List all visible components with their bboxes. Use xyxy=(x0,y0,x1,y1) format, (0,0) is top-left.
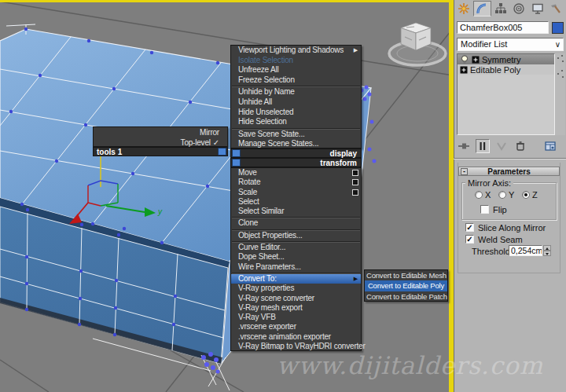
settings-box-icon[interactable] xyxy=(352,170,358,176)
quad-title-display[interactable]: display xyxy=(230,148,362,158)
modifier-row-symmetry[interactable]: Symmetry xyxy=(458,54,554,64)
menu-item-convert-to[interactable]: Convert To:▶ xyxy=(231,274,361,284)
tab-utilities[interactable] xyxy=(547,1,566,16)
axis-z-label[interactable]: Z xyxy=(532,190,538,200)
modifier-label: Symmetry xyxy=(482,55,521,64)
make-unique-button[interactable] xyxy=(494,139,509,153)
tab-hierarchy[interactable] xyxy=(491,1,510,16)
menu-item-convert-editable-mesh[interactable]: Convert to Editable Mesh xyxy=(365,270,447,280)
pin-stack-button[interactable] xyxy=(457,139,471,153)
slice-along-mirror-label[interactable]: Slice Along Mirror xyxy=(478,223,546,233)
modifier-list-label: Modifier List xyxy=(461,39,507,49)
menu-item-vray-mesh-export[interactable]: V-Ray mesh export xyxy=(231,303,361,313)
menu-item-dope-sheet[interactable]: Dope Sheet... xyxy=(231,252,361,262)
settings-box-icon[interactable] xyxy=(352,189,358,196)
flip-checkbox[interactable] xyxy=(480,205,489,214)
menu-item-convert-editable-poly[interactable]: Convert to Editable Poly xyxy=(365,280,447,291)
lightbulb-icon[interactable] xyxy=(460,54,469,64)
menu-item-mirror[interactable]: Mirror xyxy=(94,127,227,137)
viewport-canvas[interactable]: y xyxy=(0,0,454,392)
configure-sets-icon xyxy=(544,140,557,152)
display-icon xyxy=(531,2,544,15)
menu-item-vrscene-animation-exporter[interactable]: .vrscene animation exporter xyxy=(231,332,361,342)
check-icon: ✓ xyxy=(466,235,472,244)
object-name-input[interactable] xyxy=(457,21,549,34)
stack-resize-dots[interactable] xyxy=(555,53,565,135)
submenu-arrow-icon: ▶ xyxy=(354,274,358,284)
menu-item-rotate[interactable]: Rotate xyxy=(231,178,361,187)
menu-item-unhide-by-name[interactable]: Unhide by Name xyxy=(231,87,361,97)
slice-along-mirror-checkbox[interactable]: ✓ xyxy=(465,223,474,232)
menu-item-scale[interactable]: Scale xyxy=(231,188,361,197)
menu-item-vray-bitmap-converter[interactable]: V-Ray Bitmap to VRayHDRI converter xyxy=(231,342,361,351)
plus-icon[interactable] xyxy=(460,66,468,74)
3dsmax-window: y Mirror Top-level✓ tools 1 Viewport Lig… xyxy=(0,0,566,392)
object-color-swatch[interactable] xyxy=(552,22,564,34)
threshold-input[interactable] xyxy=(509,245,542,256)
remove-modifier-button[interactable] xyxy=(513,139,527,153)
menu-item-move[interactable]: Move xyxy=(231,168,361,178)
quad-title-transform[interactable]: transform xyxy=(230,158,362,167)
make-unique-icon xyxy=(495,140,508,152)
threshold-spinner xyxy=(543,245,551,256)
collapse-icon[interactable]: - xyxy=(461,168,468,175)
menu-item-vrscene-exporter[interactable]: .vrscene exporter xyxy=(231,322,361,332)
quad-transform-menu: Move Rotate Scale Select Select Similar … xyxy=(230,167,362,351)
modifier-list-dropdown[interactable]: Modifier List ∨ xyxy=(457,38,564,51)
modifier-stack-toolbar xyxy=(457,138,565,153)
command-panel-tabs xyxy=(454,1,565,17)
rollout-title: Parameters xyxy=(487,167,530,176)
menu-item-unhide-all[interactable]: Unhide All xyxy=(231,97,361,108)
quad-title-tools[interactable]: tools 1 xyxy=(93,147,228,156)
axis-z-radio[interactable] xyxy=(522,191,530,199)
quad-corner-square xyxy=(218,148,226,156)
menu-item-freeze-selection[interactable]: Freeze Selection xyxy=(231,75,361,86)
settings-box-icon[interactable] xyxy=(352,179,358,185)
show-end-result-button[interactable] xyxy=(476,139,490,153)
chevron-down-icon[interactable]: ∨ xyxy=(555,38,560,50)
tab-modify[interactable] xyxy=(473,1,492,16)
mirror-axis-label: Mirror Axis: xyxy=(465,178,513,188)
submenu-arrow-icon: ▶ xyxy=(354,46,358,56)
axis-x-radio[interactable] xyxy=(475,191,483,199)
menu-item-hide-unselected[interactable]: Hide Unselected xyxy=(231,108,361,118)
weld-seam-checkbox[interactable]: ✓ xyxy=(465,235,474,244)
parameters-rollout-header[interactable]: - Parameters xyxy=(458,167,560,176)
menu-item-object-properties[interactable]: Object Properties... xyxy=(231,231,361,240)
axis-y-label[interactable]: Y xyxy=(509,190,514,200)
menu-item-isolate-selection: Isolate Selection xyxy=(231,56,361,66)
spinner-up-button[interactable] xyxy=(543,245,551,251)
menu-item-save-scene-state[interactable]: Save Scene State... xyxy=(231,130,361,140)
menu-item-viewport-lighting[interactable]: Viewport Lighting and Shadows▶ xyxy=(231,46,361,56)
axis-y-radio[interactable] xyxy=(498,191,506,199)
tab-create[interactable] xyxy=(454,1,473,16)
menu-item-select-similar[interactable]: Select Similar xyxy=(231,207,361,216)
menu-item-wire-parameters[interactable]: Wire Parameters... xyxy=(231,262,361,272)
threshold-label: Threshold: xyxy=(472,247,513,256)
menu-item-vray-vfb[interactable]: V-Ray VFB xyxy=(231,313,361,322)
plus-icon[interactable] xyxy=(472,56,480,64)
convert-to-submenu: Convert to Editable Mesh Convert to Edit… xyxy=(364,269,448,302)
modifier-row-editable-poly[interactable]: Editable Poly xyxy=(458,64,554,75)
menu-item-unfreeze-all[interactable]: Unfreeze All xyxy=(231,65,361,75)
modify-icon xyxy=(476,2,488,15)
check-icon: ✓ xyxy=(466,223,472,232)
show-end-result-icon xyxy=(476,140,489,152)
menu-item-curve-editor[interactable]: Curve Editor... xyxy=(231,243,361,252)
check-icon: ✓ xyxy=(213,138,219,147)
menu-item-vray-scene-converter[interactable]: V-Ray scene converter xyxy=(231,294,361,303)
spinner-down-button[interactable] xyxy=(543,251,551,256)
axis-x-label[interactable]: X xyxy=(485,190,491,200)
tab-display[interactable] xyxy=(528,1,547,16)
menu-item-vray-properties[interactable]: V-Ray properties xyxy=(231,284,361,293)
flip-label[interactable]: Flip xyxy=(493,205,507,214)
quad-corner-square xyxy=(232,159,241,167)
tab-motion[interactable] xyxy=(510,1,529,16)
active-viewport-border-top xyxy=(0,0,454,2)
weld-seam-label[interactable]: Weld Seam xyxy=(478,235,523,244)
configure-modifier-sets-button[interactable] xyxy=(543,139,557,153)
menu-item-clone[interactable]: Clone xyxy=(231,218,361,228)
menu-item-select[interactable]: Select xyxy=(231,197,361,207)
menu-item-convert-editable-patch[interactable]: Convert to Editable Patch xyxy=(365,291,447,302)
menu-item-hide-selection[interactable]: Hide Selection xyxy=(231,117,361,127)
